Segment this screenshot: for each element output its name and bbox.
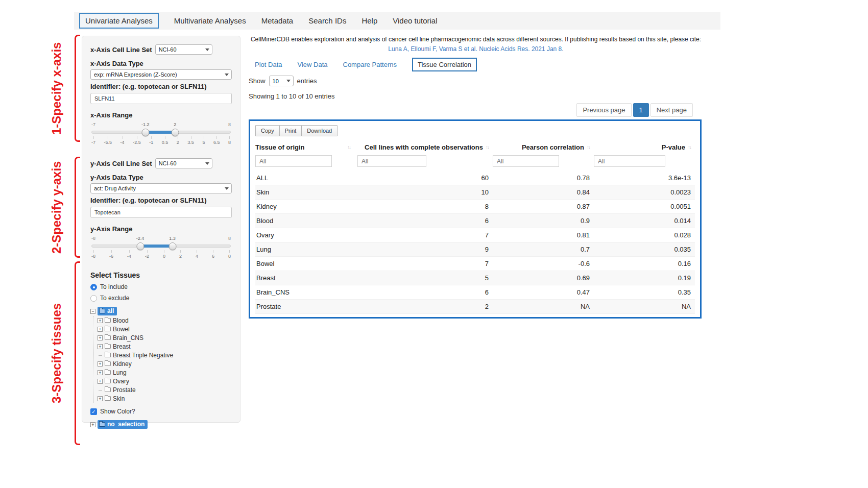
analysis-tab[interactable]: Plot Data — [255, 61, 282, 68]
tree-node-label[interactable]: Brain_CNS — [113, 334, 143, 341]
expander-icon[interactable]: + — [98, 327, 103, 332]
nav-tab[interactable]: Multivariate Analyses — [174, 16, 246, 25]
cell-pvalue: 0.35 — [594, 288, 695, 296]
folder-icon — [105, 370, 111, 375]
column-header-cell-lines[interactable]: Cell lines with complete observations ↑↓ — [357, 143, 493, 151]
tree-node-label[interactable]: Breast — [113, 343, 131, 350]
cell-observations: 7 — [357, 260, 493, 267]
column-header-tissue[interactable]: Tissue of origin ↑↓ — [255, 143, 357, 151]
sort-icon: ↑↓ — [688, 144, 691, 150]
folder-icon — [105, 344, 111, 349]
radio-icon — [90, 295, 97, 302]
tree-node-label[interactable]: Kidney — [113, 360, 132, 368]
analysis-tab[interactable]: View Data — [297, 61, 327, 68]
expander-icon[interactable] — [98, 353, 103, 358]
slider-tick-label: -5.5 — [104, 140, 112, 145]
cell-observations: 6 — [357, 217, 493, 225]
tree-node-label[interactable]: Ovary — [113, 378, 129, 385]
x-cell-line-set-select[interactable]: NCI-60 — [155, 44, 212, 55]
export-button[interactable]: Print — [279, 125, 302, 136]
tree-node-label[interactable]: Prostate — [113, 386, 136, 394]
table-row: Blood 6 0.9 0.014 — [255, 214, 695, 228]
annotation-step2: 2-Specify y-axis — [45, 157, 68, 258]
tree-node: + Breast — [98, 342, 232, 351]
tree-node-all[interactable]: all — [98, 307, 117, 315]
x-data-type-select[interactable]: exp: mRNA Expression (Z-Score) — [90, 69, 232, 80]
table-row: Brain_CNS 6 0.47 0.35 — [255, 285, 695, 300]
tree-node-label[interactable]: Skin — [113, 395, 125, 402]
citation-link[interactable]: Luna A, Elloumi F, Varma S et al. Nuclei… — [249, 45, 703, 53]
expander-icon[interactable]: + — [98, 379, 103, 384]
nav-tab[interactable]: Metadata — [261, 16, 294, 25]
tree-node-label[interactable]: Blood — [113, 317, 129, 324]
expander-icon[interactable]: + — [98, 344, 103, 349]
filter-pearson-input[interactable] — [493, 155, 559, 167]
slider-tick-label: -2.5 — [133, 140, 141, 145]
cell-pearson: 0.84 — [493, 188, 594, 196]
filter-pvalue-input[interactable] — [594, 155, 665, 167]
expander-icon[interactable]: + — [98, 396, 103, 401]
nav-tab[interactable]: Univariate Analyses — [79, 13, 159, 29]
slider-tick-label: -2 — [145, 254, 149, 259]
slider-handle-from[interactable] — [136, 242, 144, 250]
next-page-button[interactable]: Next page — [650, 103, 693, 117]
tree-node-label[interactable]: Lung — [113, 369, 127, 376]
y-identifier-label: Identifier: (e.g. topotecan or SLFN11) — [90, 197, 232, 204]
column-header-pearson[interactable]: Pearson correlation ↑↓ — [493, 143, 594, 151]
nav-tab[interactable]: Video tutorial — [393, 16, 437, 25]
y-cell-line-set-select[interactable]: NCI-60 — [155, 158, 212, 168]
expander-icon[interactable]: + — [98, 335, 103, 340]
x-identifier-input[interactable] — [90, 93, 232, 104]
annotation-bracket-1 — [75, 35, 80, 142]
expander-icon[interactable] — [98, 387, 103, 393]
slider-handle-from[interactable] — [141, 129, 149, 136]
expander-icon[interactable]: − — [90, 309, 95, 314]
y-data-type-select[interactable]: act: Drug Activity — [90, 183, 232, 193]
column-header-pvalue[interactable]: P-value ↑↓ — [594, 143, 695, 151]
expander-icon[interactable]: + — [98, 318, 103, 323]
tree-node-label[interactable]: Breast Triple Negative — [113, 352, 173, 359]
cell-pvalue: 3.6e-13 — [594, 174, 695, 182]
tree-node: + Brain_CNS — [98, 333, 232, 342]
analysis-tab[interactable]: Tissue Correlation — [412, 58, 477, 71]
folder-icon — [99, 309, 105, 313]
slider-to-label: 1.3 — [169, 236, 176, 241]
folder-icon — [105, 327, 111, 331]
cell-observations: 8 — [357, 203, 493, 210]
folder-icon — [105, 379, 111, 383]
select-tissues-title: Select Tissues — [90, 271, 232, 279]
page-size-select[interactable]: 10 — [269, 76, 294, 86]
radio-to-exclude[interactable]: To exclude — [90, 295, 232, 302]
filter-tissue-input[interactable] — [255, 155, 332, 167]
tree-node-label[interactable]: Bowel — [113, 326, 130, 333]
expander-icon[interactable]: + — [90, 422, 95, 427]
slider-handle-to[interactable] — [171, 129, 179, 136]
showing-entries-text: Showing 1 to 10 of 10 entries — [249, 92, 703, 100]
slider-fill — [146, 131, 175, 134]
cell-observations: 60 — [357, 174, 493, 182]
previous-page-button[interactable]: Previous page — [576, 103, 631, 117]
cell-tissue: Kidney — [255, 203, 357, 210]
expander-icon[interactable]: + — [98, 361, 103, 367]
expander-icon[interactable]: + — [98, 370, 103, 375]
slider-tick-label: -6 — [109, 254, 113, 259]
entries-label: entries — [297, 77, 317, 85]
slider-handle-to[interactable] — [168, 242, 176, 250]
page-1-button[interactable]: 1 — [633, 103, 649, 117]
nav-tab[interactable]: Search IDs — [308, 16, 346, 25]
slider-max-label: 8 — [228, 122, 231, 127]
radio-to-include[interactable]: To include — [90, 283, 232, 290]
y-identifier-input[interactable] — [90, 207, 232, 218]
show-color-checkbox[interactable]: ✓ Show Color? — [90, 408, 232, 415]
export-button[interactable]: Copy — [255, 125, 280, 136]
export-button[interactable]: Download — [301, 125, 337, 136]
main-content: CellMinerCDB enables exploration and ana… — [249, 36, 703, 319]
nav-tab[interactable]: Help — [361, 16, 377, 25]
filter-cell-lines-input[interactable] — [357, 155, 426, 167]
cell-pvalue: 0.035 — [594, 246, 695, 253]
table-row: Ovary 7 0.81 0.028 — [255, 228, 695, 242]
tree-node: Prostate — [98, 385, 232, 394]
tree-node: + Kidney — [98, 359, 232, 368]
analysis-tab[interactable]: Compare Patterns — [343, 61, 397, 68]
tree-node-no-selection[interactable]: no_selection — [98, 420, 148, 429]
